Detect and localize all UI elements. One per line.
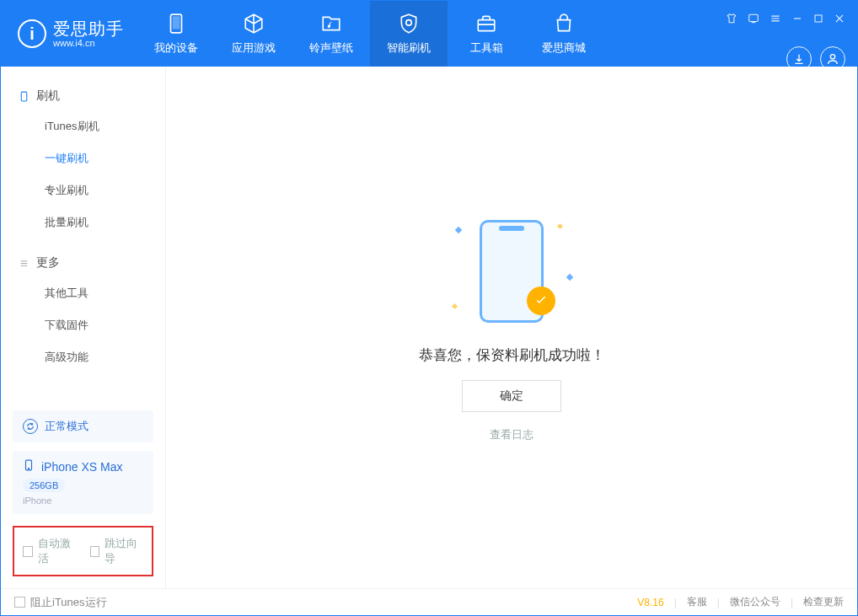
nav-tab-store[interactable]: 爱思商城 <box>525 1 603 67</box>
minimize-icon[interactable] <box>791 13 803 24</box>
svg-point-2 <box>406 20 412 26</box>
download-button[interactable] <box>786 46 812 72</box>
menu-icon[interactable] <box>770 13 781 24</box>
app-title: 爱思助手 <box>53 19 124 38</box>
svg-rect-3 <box>478 20 495 31</box>
nav-label: 铃声壁纸 <box>309 40 353 56</box>
briefcase-icon <box>475 12 498 35</box>
maximize-icon[interactable] <box>813 13 823 24</box>
device-storage-badge: 256GB <box>23 479 65 492</box>
mode-icon <box>23 419 38 434</box>
bag-icon <box>552 12 576 35</box>
nav-label: 我的设备 <box>154 40 198 56</box>
sidebar-section-more: 更多 <box>1 249 165 277</box>
success-illustration <box>453 212 571 330</box>
footer: 阻止iTunes运行 V8.16 | 客服 | 微信公众号 | 检查更新 <box>1 588 857 615</box>
header-controls <box>726 13 845 24</box>
device-name: iPhone XS Max <box>41 460 123 474</box>
nav-tab-toolbox[interactable]: 工具箱 <box>448 1 525 67</box>
options-highlight-box: 自动激活 跳过向导 <box>13 526 153 576</box>
tshirt-icon[interactable] <box>726 13 737 24</box>
device-mode-box[interactable]: 正常模式 <box>13 410 153 442</box>
nav-label: 爱思商城 <box>542 40 586 56</box>
checkbox-icon <box>90 546 100 557</box>
device-mode-label: 正常模式 <box>45 419 88 434</box>
checkbox-icon <box>23 546 33 557</box>
sidebar-item-pro-flash[interactable]: 专业刷机 <box>1 174 165 206</box>
sidebar-item-batch-flash[interactable]: 批量刷机 <box>1 206 165 238</box>
sidebar-item-itunes-flash[interactable]: iTunes刷机 <box>1 110 165 142</box>
phone-small-icon <box>18 90 29 102</box>
check-circle-icon <box>527 287 555 315</box>
nav-tab-apps[interactable]: 应用游戏 <box>215 1 292 67</box>
support-link[interactable]: 客服 <box>687 595 707 609</box>
skip-guide-checkbox[interactable]: 跳过向导 <box>90 536 144 566</box>
svg-point-6 <box>830 55 834 59</box>
nav-tabs: 我的设备 应用游戏 铃声壁纸 智能刷机 工具箱 爱思商城 <box>137 1 603 67</box>
app-header: i 爱思助手 www.i4.cn 我的设备 应用游戏 铃声壁纸 智能刷机 工具箱 <box>1 1 857 67</box>
nav-tab-device[interactable]: 我的设备 <box>137 1 215 67</box>
nav-label: 应用游戏 <box>232 40 276 56</box>
sidebar-item-download-firmware[interactable]: 下载固件 <box>1 309 165 341</box>
auto-activate-checkbox[interactable]: 自动激活 <box>23 536 77 566</box>
main-body: 刷机 iTunes刷机 一键刷机 专业刷机 批量刷机 更多 其他工具 下载固件 … <box>1 67 857 588</box>
music-folder-icon <box>319 12 343 35</box>
logo-icon: i <box>18 19 46 48</box>
app-subtitle: www.i4.cn <box>53 38 124 48</box>
sidebar: 刷机 iTunes刷机 一键刷机 专业刷机 批量刷机 更多 其他工具 下载固件 … <box>1 67 166 588</box>
nav-tab-ringtone[interactable]: 铃声壁纸 <box>292 1 370 67</box>
sidebar-item-other-tools[interactable]: 其他工具 <box>1 277 165 309</box>
device-info-box[interactable]: iPhone XS Max 256GB iPhone <box>13 451 153 514</box>
view-log-link[interactable]: 查看日志 <box>490 427 534 442</box>
sidebar-item-advanced[interactable]: 高级功能 <box>1 341 165 373</box>
sidebar-section-flash: 刷机 <box>1 82 165 110</box>
nav-label: 工具箱 <box>470 40 503 56</box>
logo-area: i 爱思助手 www.i4.cn <box>1 1 137 67</box>
wechat-link[interactable]: 微信公众号 <box>730 595 780 609</box>
list-icon <box>18 257 29 269</box>
close-icon[interactable] <box>834 13 845 24</box>
check-update-link[interactable]: 检查更新 <box>803 595 844 609</box>
svg-rect-5 <box>815 15 822 22</box>
cube-icon <box>242 12 265 35</box>
sidebar-item-oneclick-flash[interactable]: 一键刷机 <box>1 142 165 174</box>
ok-button[interactable]: 确定 <box>462 380 561 412</box>
feedback-icon[interactable] <box>748 13 759 24</box>
nav-tab-flash[interactable]: 智能刷机 <box>370 1 448 67</box>
nav-label: 智能刷机 <box>387 40 431 56</box>
phone-icon <box>164 12 188 35</box>
version-label: V8.16 <box>637 597 663 608</box>
success-message: 恭喜您，保资料刷机成功啦！ <box>419 345 605 365</box>
svg-point-9 <box>28 469 29 469</box>
main-content: 恭喜您，保资料刷机成功啦！ 确定 查看日志 <box>166 67 857 588</box>
svg-rect-1 <box>173 16 180 29</box>
user-button[interactable] <box>820 46 845 72</box>
shield-icon <box>397 12 421 35</box>
svg-rect-4 <box>749 14 759 21</box>
checkbox-icon <box>14 597 25 608</box>
block-itunes-checkbox[interactable]: 阻止iTunes运行 <box>14 595 107 610</box>
device-type: iPhone <box>23 495 143 506</box>
svg-rect-7 <box>21 92 27 101</box>
device-icon <box>23 459 35 474</box>
